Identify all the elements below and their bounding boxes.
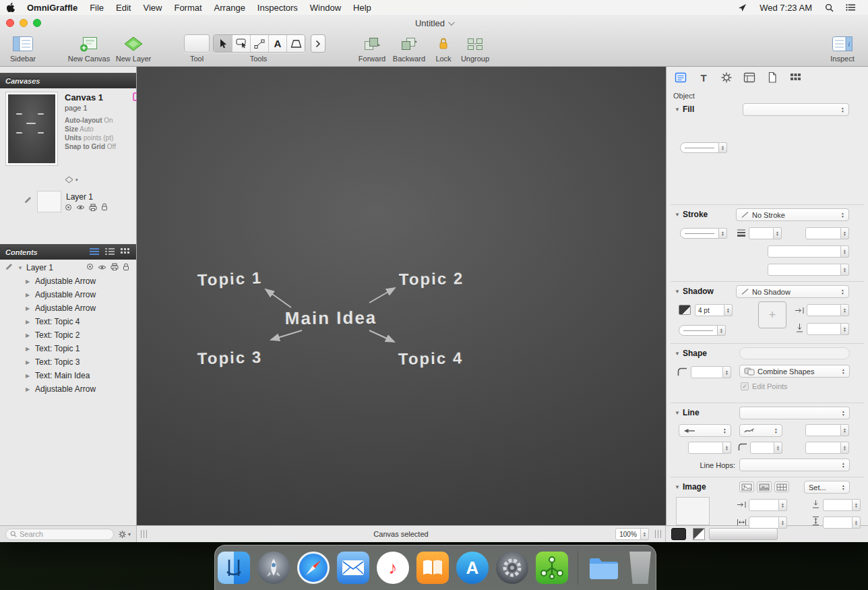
layer-name[interactable]: Layer 1: [66, 192, 93, 202]
tool-button[interactable]: Tool: [182, 34, 212, 63]
new-layer-button[interactable]: New Layer: [112, 34, 155, 63]
close-button[interactable]: [6, 19, 14, 27]
gradient-swatch[interactable]: [693, 528, 705, 540]
shape-style-well[interactable]: [739, 347, 850, 359]
app-menu[interactable]: OmniGraffle: [21, 0, 84, 15]
disclosure-icon[interactable]: ▶: [24, 346, 31, 352]
combine-shapes-dropdown[interactable]: Combine Shapes▴▾: [739, 365, 850, 378]
shadow-offset-x-field[interactable]: ▴▾: [807, 304, 849, 316]
tree-item[interactable]: ▶Text: Main Idea: [0, 369, 136, 382]
shared-layers-toggle[interactable]: ▾: [65, 176, 78, 183]
search-field[interactable]: Search: [5, 529, 114, 540]
sidebar-action-menu[interactable]: ▾: [118, 530, 131, 539]
corner-radius-field[interactable]: ▴▾: [691, 366, 731, 378]
node-topic-2[interactable]: Topic 2: [399, 269, 464, 289]
line-start-size-field[interactable]: ▴▾: [688, 442, 731, 454]
zoom-button[interactable]: [33, 19, 41, 27]
zoom-stepper[interactable]: ▴▾: [641, 528, 649, 540]
line-end-size-field[interactable]: ▴▾: [805, 424, 849, 436]
line-tool-button[interactable]: [250, 35, 268, 52]
tree-item[interactable]: ▶Adjustable Arrow: [0, 288, 136, 301]
tree-item[interactable]: ▶Text: Topic 2: [0, 328, 136, 342]
shape-tool-button[interactable]: [232, 35, 250, 52]
dock-omnigraffle-icon[interactable]: [536, 552, 568, 584]
dock-safari-icon[interactable]: [297, 552, 330, 584]
dock-launchpad-icon[interactable]: [257, 552, 290, 584]
shadow-blur-field[interactable]: 4 pt▴▾: [695, 304, 733, 316]
node-topic-3[interactable]: Topic 3: [197, 348, 263, 369]
line-jump-size-field[interactable]: ▴▾: [805, 442, 849, 454]
target-icon[interactable]: [86, 263, 94, 272]
disclosure-icon[interactable]: ▶: [24, 359, 31, 365]
stroke-pattern-field[interactable]: ▴▾: [768, 245, 849, 258]
arrow-to-topic-1[interactable]: [266, 289, 291, 307]
tree-item[interactable]: ▶Text: Topic 4: [0, 315, 136, 328]
lock-small-icon[interactable]: [123, 263, 129, 273]
inspect-button[interactable]: i Inspect: [826, 34, 859, 63]
menu-edit[interactable]: Edit: [110, 0, 137, 15]
dock-books-icon[interactable]: [416, 552, 449, 584]
sidebar-toggle-button[interactable]: Sidebar: [7, 34, 39, 63]
stroke-section-header[interactable]: ▼Stroke: [675, 210, 708, 219]
dock-finder-icon[interactable]: [218, 552, 250, 584]
node-main-idea[interactable]: Main Idea: [285, 307, 377, 329]
shadow-swatch-stepper[interactable]: ▴▾: [679, 325, 726, 336]
zoom-control[interactable]: 100% ▴▾: [615, 528, 649, 540]
dock-sysprefs-icon[interactable]: [496, 552, 528, 584]
edit-points-checkbox[interactable]: ✓ Edit Points: [741, 382, 788, 390]
disclosure-icon[interactable]: ▶: [24, 319, 31, 325]
canvas-connectors[interactable]: [137, 67, 666, 525]
menu-clock[interactable]: Wed 7:23 AM: [753, 0, 818, 15]
dock-downloads-icon[interactable]: [588, 552, 620, 584]
disclosure-open-icon[interactable]: ▼: [17, 265, 24, 271]
image-section-header[interactable]: ▼Image: [675, 482, 706, 492]
line-style-dropdown[interactable]: ▴▾: [739, 407, 850, 419]
shape-section-header[interactable]: ▼Shape: [675, 349, 707, 358]
grid-view-button[interactable]: [120, 247, 131, 257]
gradient-bar[interactable]: [709, 528, 778, 540]
menu-help[interactable]: Help: [347, 0, 377, 15]
dock-mail-icon[interactable]: [337, 552, 369, 584]
lock-small-icon[interactable]: [101, 203, 108, 212]
line-midpoint-dropdown[interactable]: ▴▾: [739, 424, 782, 437]
target-icon[interactable]: [65, 204, 72, 212]
color-well[interactable]: [671, 528, 686, 540]
menu-format[interactable]: Format: [168, 0, 208, 15]
spotlight-icon[interactable]: [819, 0, 839, 15]
stroke-swatch-stepper[interactable]: ▴▾: [680, 228, 727, 239]
text-tool-button[interactable]: A: [268, 35, 286, 52]
eye-icon[interactable]: [98, 263, 106, 272]
tree-item[interactable]: ▶Adjustable Arrow: [0, 301, 136, 315]
minimize-button[interactable]: [20, 19, 28, 27]
line-section-header[interactable]: ▼Line: [675, 408, 700, 417]
canvas-area[interactable]: Topic 1 Topic 2 Main Idea Topic 3 Topic …: [137, 67, 666, 525]
splitter-grip[interactable]: [655, 530, 661, 538]
lock-button[interactable]: Lock: [432, 34, 455, 63]
disclosure-icon[interactable]: ▶: [24, 386, 31, 392]
shadow-position-pad[interactable]: +: [758, 301, 786, 328]
notification-center-icon[interactable]: [840, 0, 861, 15]
image-fit-button[interactable]: [739, 481, 754, 492]
backward-button[interactable]: Backward: [391, 34, 427, 63]
arrow-to-topic-4[interactable]: [369, 330, 394, 342]
node-topic-1[interactable]: Topic 1: [197, 268, 262, 289]
image-offset-x-field[interactable]: ▴▾: [749, 499, 787, 511]
shadow-section-header[interactable]: ▼Shadow: [675, 287, 714, 296]
canvas-thumbnail[interactable]: [5, 92, 58, 166]
menu-view[interactable]: View: [137, 0, 168, 15]
disclosure-icon[interactable]: ▶: [24, 278, 31, 285]
ungroup-button[interactable]: Ungroup: [456, 34, 494, 63]
disclosure-icon[interactable]: ▶: [24, 305, 31, 312]
tree-item[interactable]: ▶Text: Topic 3: [0, 355, 136, 369]
location-services-icon[interactable]: [733, 0, 752, 15]
line-radius-field[interactable]: ▴▾: [750, 442, 782, 454]
print-icon[interactable]: [89, 204, 97, 212]
fill-section-header[interactable]: ▼Fill: [675, 105, 694, 114]
shadow-style-dropdown[interactable]: No Shadow▴▾: [736, 285, 849, 298]
tree-root-row[interactable]: ▼ Layer 1: [0, 261, 136, 274]
image-offset-y-field[interactable]: ▴▾: [823, 499, 861, 511]
layer-row[interactable]: Layer 1: [0, 189, 136, 222]
print-icon[interactable]: [111, 263, 119, 272]
menu-inspectors[interactable]: Inspectors: [251, 0, 304, 15]
eye-icon[interactable]: [76, 204, 85, 212]
